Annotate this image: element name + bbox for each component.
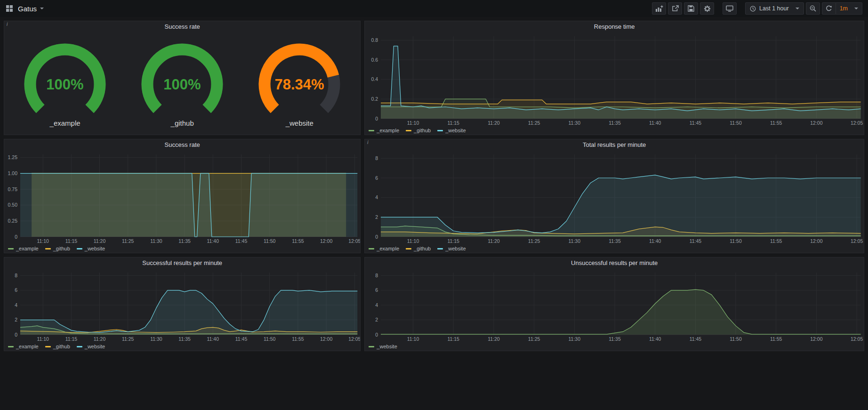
svg-text:11:20: 11:20 [488,238,500,244]
svg-text:11:45: 11:45 [690,336,702,342]
legend-item-_website[interactable]: _website [437,128,466,133]
refresh-interval-label: 1m [840,5,848,12]
svg-text:11:35: 11:35 [609,120,621,126]
tv-cycle-button[interactable] [723,2,737,15]
legend-item-_github[interactable]: _github [406,246,431,251]
svg-text:11:30: 11:30 [569,120,581,126]
svg-text:12:00: 12:00 [811,336,823,342]
svg-text:12:05: 12:05 [348,336,360,342]
settings-button[interactable] [700,2,714,15]
svg-text:12:05: 12:05 [348,238,360,244]
svg-text:6: 6 [375,287,378,293]
panel-title[interactable]: Total results per minute [365,139,864,151]
svg-text:11:10: 11:10 [407,336,419,342]
svg-text:11:30: 11:30 [569,238,581,244]
svg-text:12:05: 12:05 [851,120,863,126]
legend-label: _github [414,128,431,133]
legend-swatch [45,248,51,249]
legend-swatch [437,130,443,131]
panel-title[interactable]: Success rate [4,21,360,32]
svg-text:6: 6 [15,287,17,293]
clock-icon [750,6,756,12]
zoom-out-button[interactable] [806,2,820,15]
refresh-button[interactable] [822,2,836,15]
time-range-button[interactable]: Last 1 hour [745,2,804,15]
svg-text:11:20: 11:20 [488,336,500,342]
legend-item-_example[interactable]: _example [369,128,399,133]
legend-item-_github[interactable]: _github [45,344,70,349]
legend-item-_example[interactable]: _example [8,344,39,349]
svg-text:0: 0 [375,116,378,121]
legend-label: _example [377,246,399,251]
svg-text:11:30: 11:30 [569,336,581,342]
svg-text:11:55: 11:55 [292,238,304,244]
panel-success-rate-gauges: i Success rate 100%_example100%_github78… [4,21,361,135]
svg-text:11:15: 11:15 [65,238,78,244]
legend-swatch [406,248,411,249]
apps-grid-icon[interactable] [6,5,13,12]
panel-title[interactable]: Success rate [4,139,360,151]
refresh-icon [826,5,832,12]
svg-text:11:15: 11:15 [65,336,78,342]
legend-item-_example[interactable]: _example [8,246,39,251]
add-panel-button[interactable] [652,2,666,15]
success-rate-chart[interactable]: 11:1011:1511:2011:2511:3011:3511:4011:45… [4,151,360,244]
panel-title[interactable]: Response time [365,21,864,32]
gauge-label: _github [171,119,194,127]
legend-item-_github[interactable]: _github [45,246,70,251]
legend-label: _example [16,246,39,251]
total-results-chart[interactable]: 11:1011:1511:2011:2511:3011:3511:4011:45… [365,151,864,244]
legend-item-_github[interactable]: _github [406,128,431,133]
dashboard-title[interactable]: Gatus [18,5,44,13]
svg-text:12:00: 12:00 [811,120,823,126]
zoom-out-icon [810,5,816,12]
gauge-label: _example [50,119,80,127]
panel-title[interactable]: Unsuccessful results per minute [365,257,864,269]
svg-text:2: 2 [375,214,378,220]
caret-down-icon [854,8,858,9]
svg-text:8: 8 [375,273,378,278]
svg-text:11:30: 11:30 [150,238,162,244]
chart-legend: _example_github_website [4,244,360,253]
svg-text:100%: 100% [46,76,83,93]
svg-text:11:10: 11:10 [37,238,49,244]
panel-total-results: i Total results per minute 11:1011:1511:… [364,139,864,253]
legend-swatch [369,248,374,249]
svg-text:12:00: 12:00 [320,238,332,244]
panel-title[interactable]: Successful results per minute [4,257,360,269]
svg-text:11:50: 11:50 [264,336,276,342]
svg-text:11:25: 11:25 [528,238,540,244]
successful-results-chart[interactable]: 11:1011:1511:2011:2511:3011:3511:4011:45… [4,269,360,342]
save-button[interactable] [684,2,698,15]
share-button[interactable] [668,2,682,15]
svg-text:11:45: 11:45 [690,120,702,126]
caret-down-icon [796,8,799,9]
navbar: Gatus Last 1 hour [0,0,868,17]
legend-item-_website[interactable]: _website [77,344,105,349]
svg-text:11:45: 11:45 [235,336,248,342]
legend-swatch [77,248,82,249]
legend-item-_website[interactable]: _website [437,246,466,251]
chart-legend: _example_github_website [365,126,864,135]
legend-swatch [369,130,374,131]
unsuccessful-results-chart[interactable]: 11:1011:1511:2011:2511:3011:3511:4011:45… [365,269,864,342]
legend-item-_website[interactable]: _website [369,344,397,349]
svg-text:0: 0 [15,332,17,338]
response-time-chart[interactable]: 11:1011:1511:2011:2511:3011:3511:4011:45… [365,32,864,126]
panel-info-icon[interactable]: i [367,140,368,145]
svg-text:11:25: 11:25 [528,120,540,126]
svg-text:0: 0 [375,234,378,240]
legend-item-_example[interactable]: _example [369,246,399,251]
svg-text:11:35: 11:35 [178,336,191,342]
svg-text:8: 8 [15,273,17,278]
svg-text:11:10: 11:10 [407,120,419,126]
legend-item-_website[interactable]: _website [77,246,105,251]
save-icon [688,5,694,12]
legend-swatch [8,346,14,347]
refresh-interval-button[interactable]: 1m [836,2,862,15]
svg-text:11:15: 11:15 [448,238,460,244]
svg-text:11:15: 11:15 [448,336,460,342]
svg-text:11:20: 11:20 [94,238,106,244]
svg-text:11:55: 11:55 [770,238,782,244]
panel-info-icon[interactable]: i [7,22,8,27]
